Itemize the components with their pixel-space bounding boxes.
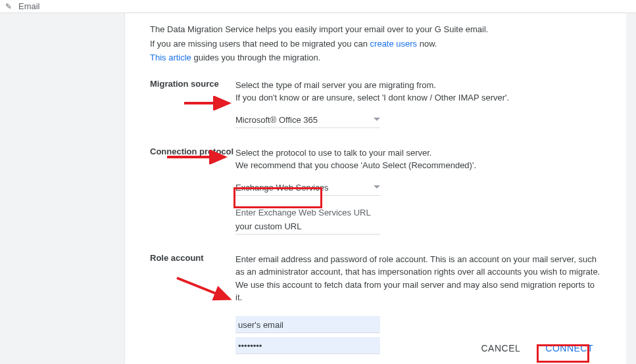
connection-protocol-select[interactable]: Exchange Web Services: [235, 179, 380, 196]
intro-text: The Data Migration Service helps you eas…: [150, 23, 601, 64]
intro-line1: The Data Migration Service helps you eas…: [150, 23, 601, 36]
breadcrumb-label: Email: [18, 1, 40, 11]
connect-button[interactable]: CONNECT: [537, 338, 601, 359]
chevron-down-icon: [374, 185, 380, 189]
ews-url-label: Enter Exchange Web Services URL: [235, 208, 601, 217]
cancel-button[interactable]: CANCEL: [473, 338, 528, 359]
button-row: CANCEL CONNECT: [473, 338, 601, 359]
intro-line2: If you are missing users that need to be…: [150, 37, 601, 51]
pencil-icon: ✎: [5, 2, 12, 11]
label-role-account: Role account: [150, 253, 235, 354]
role-password-input[interactable]: [235, 337, 380, 354]
label-migration-source: Migration source: [150, 79, 235, 128]
help-connection-protocol: Select the protocol to use to talk to yo…: [235, 147, 601, 172]
this-article-link[interactable]: This article: [150, 53, 191, 62]
role-email-input[interactable]: [235, 316, 380, 333]
breadcrumb: ✎ Email: [0, 0, 636, 13]
connection-protocol-value: Exchange Web Services: [235, 183, 328, 193]
migration-source-value: Microsoft® Office 365: [235, 115, 318, 125]
chevron-down-icon: [374, 118, 380, 122]
main-panel: The Data Migration Service helps you eas…: [125, 13, 626, 364]
help-role-account: Enter email address and password of role…: [235, 253, 601, 304]
ews-url-input[interactable]: [235, 217, 380, 235]
label-connection-protocol: Connection protocol: [150, 147, 235, 235]
create-users-link[interactable]: create users: [370, 39, 418, 49]
row-connection-protocol: Connection protocol Select the protocol …: [150, 147, 601, 235]
intro-line3: This article guides you through the migr…: [150, 51, 601, 64]
migration-source-select[interactable]: Microsoft® Office 365: [235, 111, 380, 128]
form-section: Migration source Select the type of mail…: [150, 79, 601, 354]
row-migration-source: Migration source Select the type of mail…: [150, 79, 601, 128]
help-migration-source: Select the type of mail server you are m…: [235, 79, 601, 104]
